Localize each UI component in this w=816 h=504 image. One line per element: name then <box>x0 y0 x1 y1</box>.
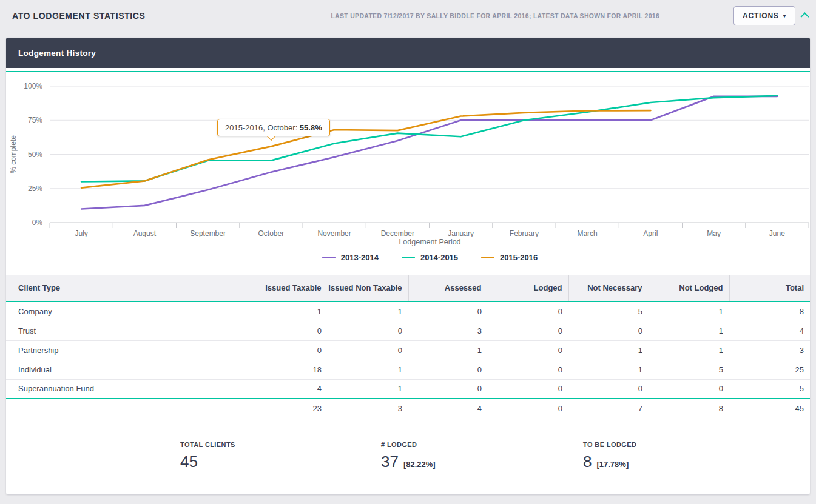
totals-value-cell: 45 <box>729 398 810 418</box>
column-header: Total <box>729 275 810 301</box>
table-row: Individual181001525 <box>6 360 810 379</box>
y-tick-label: 25% <box>28 184 42 193</box>
panel-header: Lodgement History <box>6 38 810 68</box>
legend-label: 2013-2014 <box>341 253 379 262</box>
stat-label: TOTAL CLIENTS <box>180 441 381 448</box>
x-tick-label: January <box>448 229 474 237</box>
value-cell: 1 <box>649 340 729 360</box>
x-axis-title: Lodgement Period <box>6 238 810 246</box>
x-tick-label: November <box>317 229 351 237</box>
table-row: Company1100518 <box>6 301 810 321</box>
lodgement-history-panel: Lodgement History 0%25%50%75%100%JulyAug… <box>6 38 810 494</box>
x-tick-label: August <box>133 229 157 237</box>
value-cell: 0 <box>649 379 729 398</box>
stat-value: 37 <box>381 452 399 471</box>
series-line-2013-2014[interactable] <box>81 96 777 209</box>
totals-value-cell: 4 <box>408 398 488 418</box>
value-cell: 0 <box>488 379 568 398</box>
column-header: Not Necessary <box>568 275 649 301</box>
series-line-2014-2015[interactable] <box>81 96 777 182</box>
chart-tooltip: 2015-2016, October: 55.8% <box>217 119 330 136</box>
value-cell: 0 <box>408 379 488 398</box>
value-cell: 4 <box>249 379 328 398</box>
x-tick-label: April <box>643 229 658 237</box>
x-tick-label: June <box>769 229 785 237</box>
value-cell: 5 <box>729 379 810 398</box>
client-type-cell: Individual <box>6 360 249 379</box>
legend-label: 2015-2016 <box>500 253 538 262</box>
page-header: ATO LODGEMENT STATISTICS LAST UPDATED 7/… <box>0 0 816 32</box>
value-cell: 5 <box>568 301 649 321</box>
chevron-down-icon: ▾ <box>783 13 786 19</box>
legend-item-2014-2015[interactable]: 2014-2015 <box>402 253 458 262</box>
collapse-chevron-icon[interactable] <box>801 12 809 21</box>
page-title: ATO LODGEMENT STATISTICS <box>12 11 145 21</box>
x-tick-label: October <box>258 229 285 237</box>
totals-label-cell <box>6 398 249 418</box>
actions-button[interactable]: ACTIONS ▾ <box>733 6 795 25</box>
tooltip-value: 55.8% <box>300 123 322 132</box>
column-header: Issued Non Taxable <box>328 275 408 301</box>
column-header: Issued Taxable <box>249 275 328 301</box>
value-cell: 1 <box>649 321 729 340</box>
value-cell: 0 <box>488 321 568 340</box>
totals-value-cell: 3 <box>328 398 408 418</box>
legend-swatch <box>481 257 494 258</box>
value-cell: 1 <box>249 301 328 321</box>
value-cell: 0 <box>488 360 568 379</box>
x-tick-label: May <box>707 229 721 237</box>
stat-to-be-lodged: TO BE LODGED 8 [17.78%] <box>583 441 785 471</box>
value-cell: 1 <box>408 340 488 360</box>
value-cell: 1 <box>328 301 408 321</box>
stat-value: 45 <box>180 452 198 471</box>
y-tick-label: 50% <box>28 150 42 159</box>
chart-area: 0%25%50%75%100%JulyAugustSeptemberOctobe… <box>6 72 810 237</box>
client-type-table: Client TypeIssued TaxableIssued Non Taxa… <box>6 275 810 418</box>
table-totals-row: 233407845 <box>6 398 810 418</box>
value-cell: 18 <box>249 360 328 379</box>
value-cell: 8 <box>729 301 810 321</box>
y-tick-label: 100% <box>24 82 42 90</box>
value-cell: 1 <box>328 360 408 379</box>
legend-label: 2014-2015 <box>420 253 458 262</box>
stat-label: # LODGED <box>381 441 583 448</box>
x-tick-label: July <box>75 229 87 237</box>
x-tick-label: March <box>577 229 597 237</box>
client-type-cell: Company <box>6 301 249 321</box>
value-cell: 4 <box>729 321 810 340</box>
legend-item-2015-2016[interactable]: 2015-2016 <box>481 253 538 262</box>
value-cell: 0 <box>408 360 488 379</box>
totals-value-cell: 7 <box>568 398 649 418</box>
stat-value: 8 <box>583 452 592 471</box>
column-header: Not Lodged <box>649 275 729 301</box>
x-tick-label: December <box>381 229 414 237</box>
summary-stats: TOTAL CLIENTS 45 # LODGED 37 [82.22%] TO… <box>6 441 810 471</box>
y-tick-label: 0% <box>32 218 43 227</box>
y-axis-title: % complete <box>9 135 18 173</box>
value-cell: 0 <box>249 321 328 340</box>
last-updated-text: LAST UPDATED 7/12/2017 BY SALLY BIDDLE F… <box>331 12 659 19</box>
stat-lodged: # LODGED 37 [82.22%] <box>381 441 583 471</box>
value-cell: 0 <box>328 321 408 340</box>
totals-value-cell: 0 <box>488 398 568 418</box>
lodgement-chart[interactable]: 0%25%50%75%100%JulyAugustSeptemberOctobe… <box>6 72 810 237</box>
stat-extra: [17.78%] <box>596 460 629 469</box>
x-tick-label: February <box>510 229 539 237</box>
chart-legend: 2013-20142014-20152015-2016 <box>6 253 810 262</box>
totals-value-cell: 23 <box>249 398 328 418</box>
value-cell: 1 <box>328 379 408 398</box>
table-row: Superannuation Fund4100005 <box>6 379 810 398</box>
totals-value-cell: 8 <box>649 398 729 418</box>
value-cell: 1 <box>568 340 649 360</box>
value-cell: 5 <box>649 360 729 379</box>
value-cell: 0 <box>568 321 649 340</box>
legend-item-2013-2014[interactable]: 2013-2014 <box>322 253 379 262</box>
table-row: Trust0030014 <box>6 321 810 340</box>
column-header: Client Type <box>6 275 249 301</box>
x-tick-label: September <box>190 229 226 237</box>
table-row: Partnership0010113 <box>6 340 810 360</box>
column-header: Lodged <box>488 275 568 301</box>
stat-label: TO BE LODGED <box>583 441 785 448</box>
client-type-cell: Superannuation Fund <box>6 379 249 398</box>
legend-swatch <box>402 257 415 258</box>
